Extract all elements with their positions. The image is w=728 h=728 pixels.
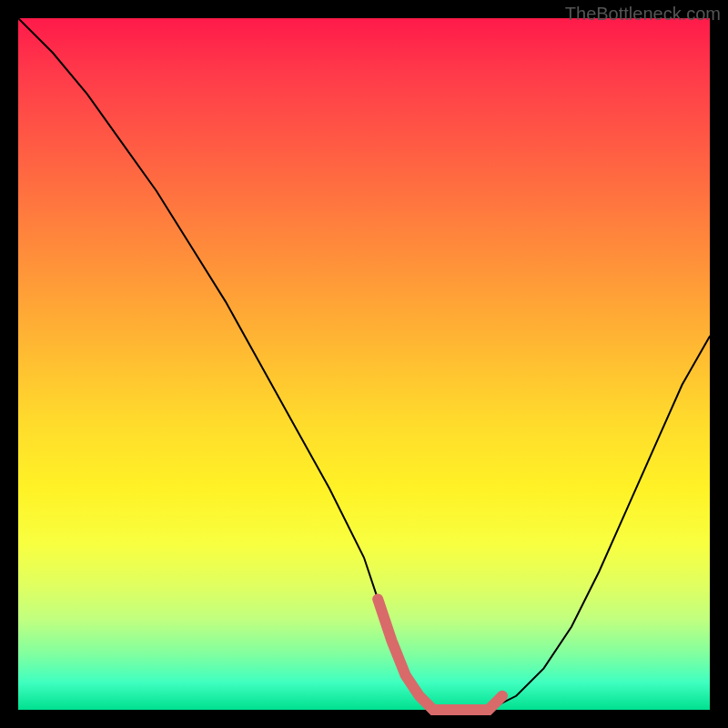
highlight-band [378, 599, 502, 710]
plot-area [18, 18, 710, 710]
bottleneck-curve [18, 18, 710, 710]
curve-svg [18, 18, 710, 710]
watermark-text: TheBottleneck.com [565, 4, 721, 25]
chart-container: TheBottleneck.com [0, 0, 728, 728]
